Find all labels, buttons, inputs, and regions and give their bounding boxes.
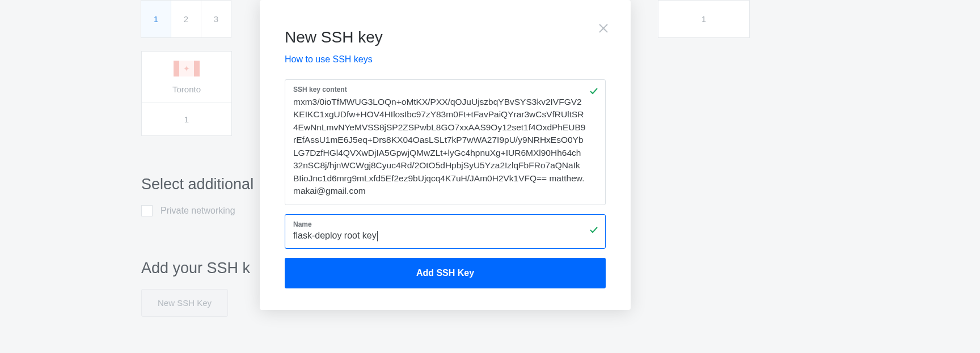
pagination-item-3[interactable]: 3 — [201, 0, 231, 38]
region-card-toronto[interactable]: ✦ Toronto 1 — [141, 51, 232, 136]
ssh-key-name-field[interactable]: Name flask-deploy root key — [285, 214, 606, 249]
ssh-key-content-input[interactable]: mxm3/0ioTfMWUG3LOQn+oMtKX/PXX/qOJuUjszbq… — [293, 96, 597, 198]
section-title-additional: Select additional — [141, 176, 254, 193]
new-ssh-key-modal: New SSH key How to use SSH keys SSH key … — [260, 0, 631, 310]
ssh-key-content-label: SSH key content — [293, 86, 597, 93]
ssh-key-name-label: Name — [293, 220, 597, 228]
close-icon[interactable] — [598, 23, 611, 36]
canada-flag-icon: ✦ — [174, 61, 200, 76]
pagination-item-2[interactable]: 2 — [171, 0, 201, 38]
pagination-item-1[interactable]: 1 — [141, 0, 171, 38]
checkmark-icon — [589, 87, 598, 98]
modal-title: New SSH key — [285, 28, 606, 46]
new-ssh-key-button[interactable]: New SSH Key — [141, 289, 228, 317]
right-count-box: 1 — [658, 0, 750, 38]
checkmark-icon — [589, 226, 598, 237]
section-title-ssh: Add your SSH k — [141, 260, 250, 277]
help-link[interactable]: How to use SSH keys — [285, 54, 373, 65]
add-ssh-key-button[interactable]: Add SSH Key — [285, 258, 606, 288]
text-cursor — [377, 231, 378, 241]
private-networking-option[interactable]: Private networking — [141, 205, 235, 216]
pagination-row: 1 2 3 — [141, 0, 231, 38]
checkbox-label: Private networking — [160, 206, 235, 216]
region-count: 1 — [142, 103, 231, 135]
ssh-key-content-field[interactable]: SSH key content mxm3/0ioTfMWUG3LOQn+oMtK… — [285, 79, 606, 205]
region-name: Toronto — [172, 84, 201, 94]
ssh-key-name-input[interactable]: flask-deploy root key — [293, 231, 378, 240]
checkbox-icon[interactable] — [141, 205, 153, 216]
